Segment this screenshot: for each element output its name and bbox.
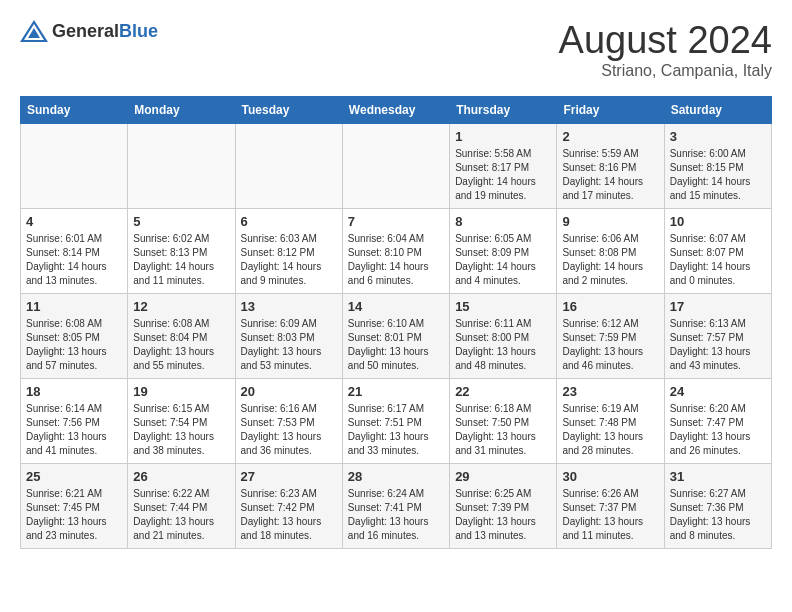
day-info: Sunrise: 6:25 AM Sunset: 7:39 PM Dayligh… <box>455 487 551 543</box>
day-info: Sunrise: 5:58 AM Sunset: 8:17 PM Dayligh… <box>455 147 551 203</box>
calendar-cell: 6Sunrise: 6:03 AM Sunset: 8:12 PM Daylig… <box>235 208 342 293</box>
day-number: 16 <box>562 299 658 314</box>
day-header-wednesday: Wednesday <box>342 96 449 123</box>
day-number: 1 <box>455 129 551 144</box>
day-info: Sunrise: 6:23 AM Sunset: 7:42 PM Dayligh… <box>241 487 337 543</box>
day-info: Sunrise: 6:10 AM Sunset: 8:01 PM Dayligh… <box>348 317 444 373</box>
calendar-cell: 27Sunrise: 6:23 AM Sunset: 7:42 PM Dayli… <box>235 463 342 548</box>
calendar-cell: 4Sunrise: 6:01 AM Sunset: 8:14 PM Daylig… <box>21 208 128 293</box>
day-info: Sunrise: 6:08 AM Sunset: 8:05 PM Dayligh… <box>26 317 122 373</box>
day-number: 31 <box>670 469 766 484</box>
day-info: Sunrise: 6:07 AM Sunset: 8:07 PM Dayligh… <box>670 232 766 288</box>
calendar-week-row: 1Sunrise: 5:58 AM Sunset: 8:17 PM Daylig… <box>21 123 772 208</box>
calendar-cell: 22Sunrise: 6:18 AM Sunset: 7:50 PM Dayli… <box>450 378 557 463</box>
month-title: August 2024 <box>559 20 772 62</box>
day-number: 8 <box>455 214 551 229</box>
calendar-cell <box>21 123 128 208</box>
day-info: Sunrise: 6:24 AM Sunset: 7:41 PM Dayligh… <box>348 487 444 543</box>
calendar-cell: 8Sunrise: 6:05 AM Sunset: 8:09 PM Daylig… <box>450 208 557 293</box>
calendar-cell: 5Sunrise: 6:02 AM Sunset: 8:13 PM Daylig… <box>128 208 235 293</box>
calendar-week-row: 25Sunrise: 6:21 AM Sunset: 7:45 PM Dayli… <box>21 463 772 548</box>
day-header-friday: Friday <box>557 96 664 123</box>
calendar-cell: 1Sunrise: 5:58 AM Sunset: 8:17 PM Daylig… <box>450 123 557 208</box>
day-number: 17 <box>670 299 766 314</box>
day-number: 28 <box>348 469 444 484</box>
calendar-cell: 31Sunrise: 6:27 AM Sunset: 7:36 PM Dayli… <box>664 463 771 548</box>
day-number: 10 <box>670 214 766 229</box>
day-info: Sunrise: 6:08 AM Sunset: 8:04 PM Dayligh… <box>133 317 229 373</box>
day-number: 27 <box>241 469 337 484</box>
day-info: Sunrise: 6:12 AM Sunset: 7:59 PM Dayligh… <box>562 317 658 373</box>
calendar-cell: 15Sunrise: 6:11 AM Sunset: 8:00 PM Dayli… <box>450 293 557 378</box>
day-info: Sunrise: 6:18 AM Sunset: 7:50 PM Dayligh… <box>455 402 551 458</box>
logo-icon <box>20 20 48 42</box>
calendar-cell: 26Sunrise: 6:22 AM Sunset: 7:44 PM Dayli… <box>128 463 235 548</box>
day-number: 22 <box>455 384 551 399</box>
calendar-cell: 16Sunrise: 6:12 AM Sunset: 7:59 PM Dayli… <box>557 293 664 378</box>
day-info: Sunrise: 6:13 AM Sunset: 7:57 PM Dayligh… <box>670 317 766 373</box>
calendar-cell: 7Sunrise: 6:04 AM Sunset: 8:10 PM Daylig… <box>342 208 449 293</box>
day-info: Sunrise: 6:14 AM Sunset: 7:56 PM Dayligh… <box>26 402 122 458</box>
day-info: Sunrise: 6:21 AM Sunset: 7:45 PM Dayligh… <box>26 487 122 543</box>
day-number: 11 <box>26 299 122 314</box>
day-number: 14 <box>348 299 444 314</box>
day-header-sunday: Sunday <box>21 96 128 123</box>
day-number: 30 <box>562 469 658 484</box>
day-number: 3 <box>670 129 766 144</box>
day-info: Sunrise: 6:00 AM Sunset: 8:15 PM Dayligh… <box>670 147 766 203</box>
calendar-cell: 2Sunrise: 5:59 AM Sunset: 8:16 PM Daylig… <box>557 123 664 208</box>
day-number: 26 <box>133 469 229 484</box>
calendar-cell: 13Sunrise: 6:09 AM Sunset: 8:03 PM Dayli… <box>235 293 342 378</box>
calendar-cell: 10Sunrise: 6:07 AM Sunset: 8:07 PM Dayli… <box>664 208 771 293</box>
day-info: Sunrise: 6:16 AM Sunset: 7:53 PM Dayligh… <box>241 402 337 458</box>
location-title: Striano, Campania, Italy <box>559 62 772 80</box>
day-info: Sunrise: 6:04 AM Sunset: 8:10 PM Dayligh… <box>348 232 444 288</box>
day-info: Sunrise: 6:22 AM Sunset: 7:44 PM Dayligh… <box>133 487 229 543</box>
day-info: Sunrise: 6:06 AM Sunset: 8:08 PM Dayligh… <box>562 232 658 288</box>
calendar-cell <box>128 123 235 208</box>
day-number: 13 <box>241 299 337 314</box>
calendar-week-row: 4Sunrise: 6:01 AM Sunset: 8:14 PM Daylig… <box>21 208 772 293</box>
calendar-table: SundayMondayTuesdayWednesdayThursdayFrid… <box>20 96 772 549</box>
day-info: Sunrise: 6:26 AM Sunset: 7:37 PM Dayligh… <box>562 487 658 543</box>
day-number: 23 <box>562 384 658 399</box>
day-info: Sunrise: 6:02 AM Sunset: 8:13 PM Dayligh… <box>133 232 229 288</box>
day-number: 18 <box>26 384 122 399</box>
day-header-monday: Monday <box>128 96 235 123</box>
day-number: 25 <box>26 469 122 484</box>
day-number: 15 <box>455 299 551 314</box>
day-number: 12 <box>133 299 229 314</box>
day-info: Sunrise: 6:01 AM Sunset: 8:14 PM Dayligh… <box>26 232 122 288</box>
day-info: Sunrise: 6:15 AM Sunset: 7:54 PM Dayligh… <box>133 402 229 458</box>
day-info: Sunrise: 6:17 AM Sunset: 7:51 PM Dayligh… <box>348 402 444 458</box>
calendar-cell: 30Sunrise: 6:26 AM Sunset: 7:37 PM Dayli… <box>557 463 664 548</box>
day-info: Sunrise: 5:59 AM Sunset: 8:16 PM Dayligh… <box>562 147 658 203</box>
calendar-cell: 11Sunrise: 6:08 AM Sunset: 8:05 PM Dayli… <box>21 293 128 378</box>
calendar-cell: 20Sunrise: 6:16 AM Sunset: 7:53 PM Dayli… <box>235 378 342 463</box>
calendar-cell: 25Sunrise: 6:21 AM Sunset: 7:45 PM Dayli… <box>21 463 128 548</box>
calendar-cell: 12Sunrise: 6:08 AM Sunset: 8:04 PM Dayli… <box>128 293 235 378</box>
calendar-cell: 17Sunrise: 6:13 AM Sunset: 7:57 PM Dayli… <box>664 293 771 378</box>
day-info: Sunrise: 6:09 AM Sunset: 8:03 PM Dayligh… <box>241 317 337 373</box>
day-header-saturday: Saturday <box>664 96 771 123</box>
calendar-cell: 14Sunrise: 6:10 AM Sunset: 8:01 PM Dayli… <box>342 293 449 378</box>
day-info: Sunrise: 6:11 AM Sunset: 8:00 PM Dayligh… <box>455 317 551 373</box>
calendar-cell: 28Sunrise: 6:24 AM Sunset: 7:41 PM Dayli… <box>342 463 449 548</box>
calendar-cell <box>235 123 342 208</box>
day-header-tuesday: Tuesday <box>235 96 342 123</box>
calendar-cell: 24Sunrise: 6:20 AM Sunset: 7:47 PM Dayli… <box>664 378 771 463</box>
calendar-cell <box>342 123 449 208</box>
logo-text-blue: Blue <box>119 21 158 41</box>
day-header-thursday: Thursday <box>450 96 557 123</box>
day-number: 29 <box>455 469 551 484</box>
calendar-cell: 23Sunrise: 6:19 AM Sunset: 7:48 PM Dayli… <box>557 378 664 463</box>
day-number: 24 <box>670 384 766 399</box>
day-number: 2 <box>562 129 658 144</box>
calendar-cell: 3Sunrise: 6:00 AM Sunset: 8:15 PM Daylig… <box>664 123 771 208</box>
day-number: 7 <box>348 214 444 229</box>
day-info: Sunrise: 6:05 AM Sunset: 8:09 PM Dayligh… <box>455 232 551 288</box>
day-number: 5 <box>133 214 229 229</box>
day-info: Sunrise: 6:03 AM Sunset: 8:12 PM Dayligh… <box>241 232 337 288</box>
calendar-cell: 29Sunrise: 6:25 AM Sunset: 7:39 PM Dayli… <box>450 463 557 548</box>
calendar-cell: 19Sunrise: 6:15 AM Sunset: 7:54 PM Dayli… <box>128 378 235 463</box>
